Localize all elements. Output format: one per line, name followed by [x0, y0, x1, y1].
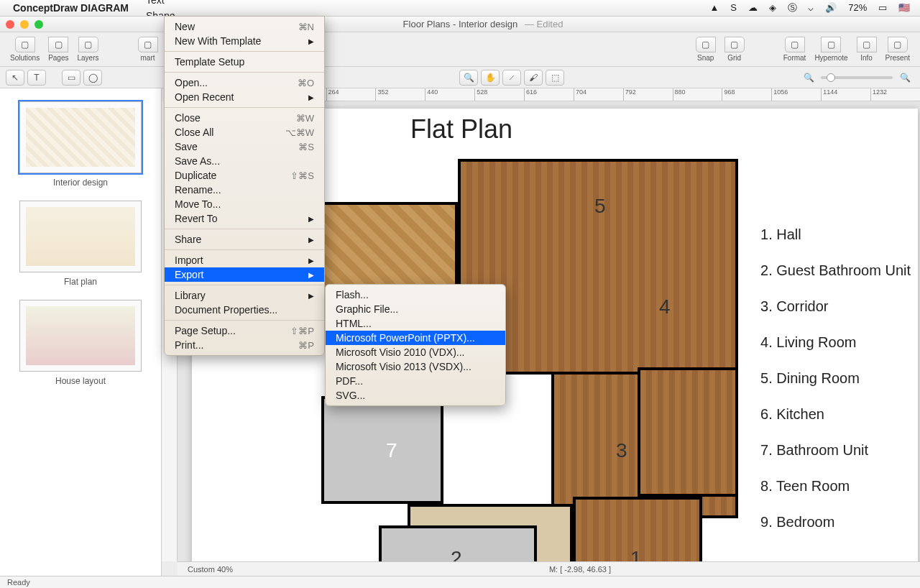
- tool-row: ↖ T ▭ ◯ ✎ ↘ ／ ⌒ ∿ ⋯ 🔍 ✋ ⟋ 🖌 ⬚ 🔍 🔍: [0, 67, 920, 88]
- cloud-icon[interactable]: ☁: [748, 2, 758, 13]
- tb-snap[interactable]: ▢Snap: [691, 37, 720, 62]
- canvas-footer: Custom 40% M: [ -2.98, 46.63 ]: [178, 561, 920, 576]
- pages-panel: Interior designFlat planHouse layout: [0, 88, 162, 576]
- export-microsoft-visio-2010-vdx-[interactable]: Microsoft Visio 2010 (VDX)...: [326, 345, 505, 359]
- legend-item: 1. Hall: [760, 216, 911, 252]
- mouse-coords: M: [ -2.98, 46.63 ]: [549, 565, 611, 574]
- thumb-1[interactable]: [19, 201, 142, 272]
- mac-menubar: ConceptDraw DIAGRAM FileEditViewInsertTe…: [0, 0, 920, 16]
- eraser-tool[interactable]: ⬚: [546, 70, 564, 86]
- pan-tool[interactable]: ✋: [481, 70, 500, 86]
- text-tool[interactable]: T: [27, 70, 46, 86]
- legend-item: 8. Teen Room: [760, 468, 911, 504]
- export-pdf-[interactable]: PDF...: [326, 374, 505, 388]
- room-num-1: 1: [630, 547, 642, 561]
- skype-icon[interactable]: Ⓢ: [788, 2, 797, 13]
- status-text: Ready: [7, 578, 30, 587]
- zoom-slider[interactable]: [821, 76, 893, 79]
- vlc-icon[interactable]: ▲: [709, 2, 719, 13]
- app-name: ConceptDraw DIAGRAM: [13, 2, 129, 14]
- tb-format[interactable]: ▢Format: [779, 37, 811, 62]
- eyedropper-tool[interactable]: ⟋: [502, 70, 521, 86]
- export-graphic-file-[interactable]: Graphic File...: [326, 302, 505, 316]
- thumb-0[interactable]: [19, 101, 142, 173]
- zoom-out-icon[interactable]: 🔍: [799, 70, 818, 86]
- export-microsoft-powerpoint-pptx-[interactable]: Microsoft PowerPoint (PPTX)...: [326, 331, 505, 345]
- menu-item-print-[interactable]: Print...⌘P: [165, 338, 324, 352]
- volume-icon[interactable]: 🔊: [825, 2, 837, 13]
- legend-item: 6. Kitchen: [760, 396, 911, 432]
- legend-item: 5. Dining Room: [760, 360, 911, 396]
- close-icon[interactable]: [6, 20, 14, 29]
- menu-item-save[interactable]: Save⌘S: [165, 139, 324, 154]
- menu-item-open-[interactable]: Open...⌘O: [165, 75, 324, 90]
- thumb-label: Flat plan: [0, 277, 161, 287]
- diamond-icon[interactable]: ◈: [769, 2, 776, 13]
- legend: 1. Hall2. Guest Bathroom Unit3. Corridor…: [760, 216, 911, 540]
- status-bar: Ready: [0, 576, 920, 588]
- thumb-2[interactable]: [19, 300, 142, 372]
- tb-info[interactable]: ▢Info: [852, 37, 881, 62]
- tb-present[interactable]: ▢Present: [881, 37, 914, 62]
- menu-item-duplicate[interactable]: Duplicate⇧⌘S: [165, 168, 324, 183]
- room-num-5: 5: [594, 195, 606, 218]
- menu-item-library[interactable]: Library▶: [165, 288, 324, 303]
- export-svg-[interactable]: SVG...: [326, 388, 505, 403]
- room-num-4: 4: [659, 295, 671, 318]
- toolbar: ▢Solutions▢Pages▢Layers ▢mart▢Rapid Draw…: [0, 32, 920, 67]
- menu-item-template-setup[interactable]: Template Setup: [165, 55, 324, 69]
- menu-item-close[interactable]: Close⌘W: [165, 111, 324, 125]
- legend-item: 3. Corridor: [760, 288, 911, 324]
- room-num-3: 3: [616, 439, 627, 462]
- tb-pages[interactable]: ▢Pages: [44, 37, 73, 62]
- menu-item-open-recent[interactable]: Open Recent▶: [165, 90, 324, 104]
- menubar-status: ▲ S ☁ ◈ Ⓢ ⌵ 🔊 72% ▭ 🇺🇸: [705, 1, 914, 14]
- legend-item: 7. Bathroom Unit: [760, 432, 911, 468]
- export-submenu: Flash...Graphic File...HTML...Microsoft …: [325, 284, 506, 406]
- zoom-level[interactable]: Custom 40%: [188, 565, 233, 574]
- tb-grid[interactable]: ▢Grid: [720, 37, 749, 62]
- tb-mart[interactable]: ▢mart: [134, 37, 162, 62]
- tb-layers[interactable]: ▢Layers: [73, 37, 104, 62]
- menu-item-page-setup-[interactable]: Page Setup...⇧⌘P: [165, 323, 324, 338]
- legend-item: 4. Living Room: [760, 324, 911, 360]
- pointer-tool[interactable]: ↖: [6, 70, 24, 86]
- thumb-label: Interior design: [0, 178, 161, 188]
- legend-item: 9. Bedroom: [760, 504, 911, 540]
- menu-item-move-to-[interactable]: Move To...: [165, 197, 324, 211]
- s-icon[interactable]: S: [730, 2, 737, 13]
- brush-tool[interactable]: 🖌: [524, 70, 543, 86]
- menu-item-new[interactable]: New⌘N: [165, 19, 324, 34]
- ellipse-tool[interactable]: ◯: [83, 70, 102, 86]
- minimize-icon[interactable]: [20, 20, 29, 29]
- rect-tool[interactable]: ▭: [62, 70, 80, 86]
- menu-item-export[interactable]: Export▶: [165, 267, 324, 282]
- export-html-[interactable]: HTML...: [326, 316, 505, 331]
- thumb-label: House layout: [0, 376, 161, 386]
- menu-item-import[interactable]: Import▶: [165, 253, 324, 267]
- export-microsoft-visio-2013-vsdx-[interactable]: Microsoft Visio 2013 (VSDX)...: [326, 359, 505, 374]
- menu-item-revert-to[interactable]: Revert To▶: [165, 211, 324, 226]
- menu-item-rename-[interactable]: Rename...: [165, 183, 324, 197]
- doc-title: Floor Plans - Interior design: [403, 19, 518, 29]
- battery-icon[interactable]: ▭: [878, 2, 887, 13]
- zoom-tool[interactable]: 🔍: [459, 70, 478, 86]
- menu-item-close-all[interactable]: Close All⌥⌘W: [165, 125, 324, 139]
- zoom-in-icon[interactable]: 🔍: [896, 70, 914, 86]
- export-flash-[interactable]: Flash...: [326, 288, 505, 302]
- zoom-icon[interactable]: [34, 20, 43, 29]
- menu-item-save-as-[interactable]: Save As...: [165, 154, 324, 168]
- flag-icon[interactable]: 🇺🇸: [898, 2, 910, 13]
- titlebar: Floor Plans - Interior design — Edited: [0, 17, 920, 32]
- wifi-icon[interactable]: ⌵: [808, 2, 814, 13]
- menu-text[interactable]: Text: [139, 0, 200, 8]
- tb-hypernote[interactable]: ▢Hypernote: [810, 37, 852, 62]
- room-num-7: 7: [386, 439, 397, 462]
- tb-solutions[interactable]: ▢Solutions: [6, 37, 44, 62]
- room-num-2: 2: [451, 547, 462, 561]
- doc-edited: — Edited: [525, 19, 563, 29]
- menu-item-new-with-template[interactable]: New With Template▶: [165, 34, 324, 48]
- menu-item-document-properties-[interactable]: Document Properties...: [165, 303, 324, 317]
- menu-item-share[interactable]: Share▶: [165, 232, 324, 247]
- file-menu: New⌘NNew With Template▶Template SetupOpe…: [164, 16, 325, 356]
